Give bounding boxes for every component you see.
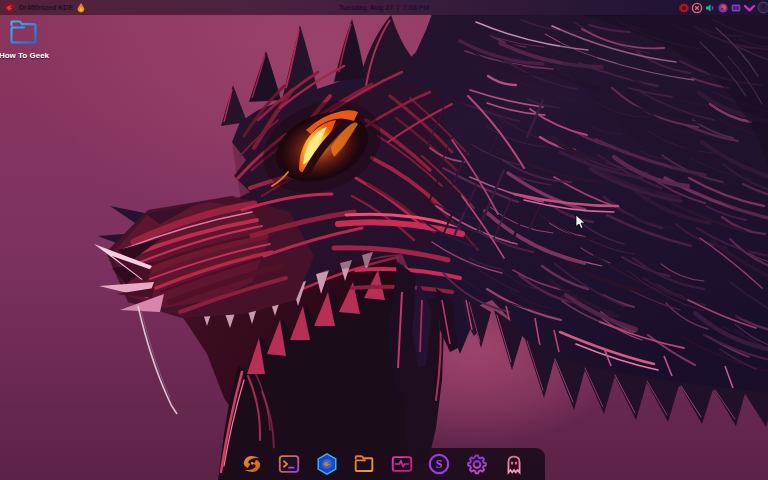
svg-text:S: S [436, 457, 443, 471]
